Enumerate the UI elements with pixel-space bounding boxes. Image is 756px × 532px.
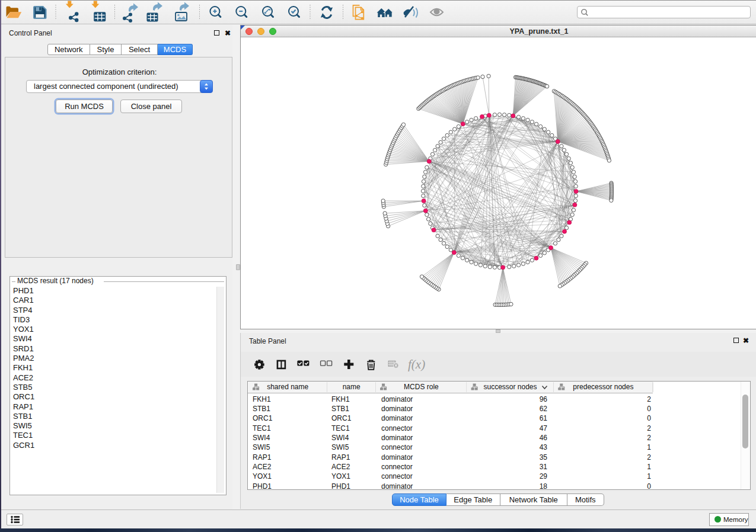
svg-text:f(x): f(x) (408, 357, 425, 371)
svg-text:name: name (343, 383, 361, 391)
svg-text:MCDS role: MCDS role (404, 383, 439, 391)
svg-text:predecessor nodes: predecessor nodes (573, 383, 633, 391)
svg-text:shared name: shared name (267, 383, 308, 391)
svg-text:successor nodes: successor nodes (483, 383, 537, 391)
